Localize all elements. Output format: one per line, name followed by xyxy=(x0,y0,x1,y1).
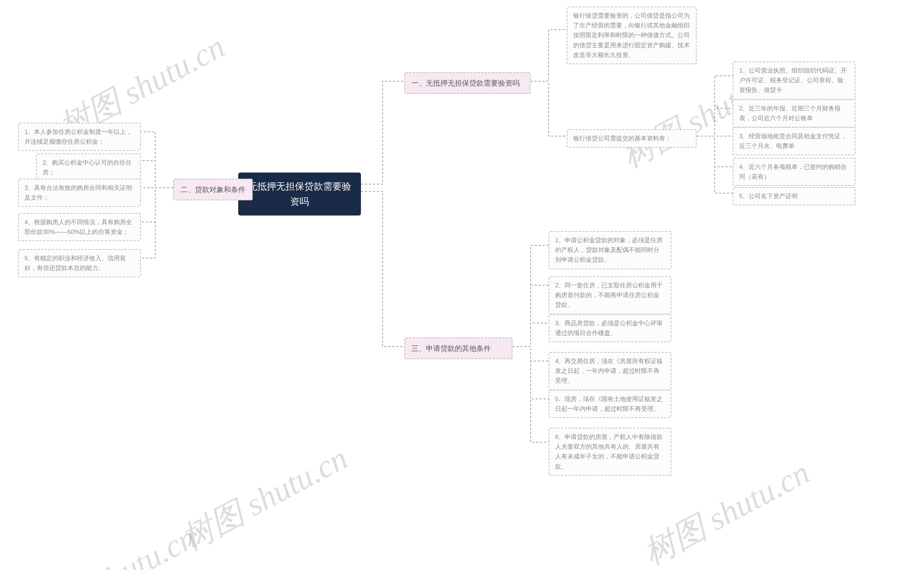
branch-3-label: 三、申请贷款的其他条件 xyxy=(412,345,491,352)
root-node[interactable]: 无抵押无担保贷款需要验资吗 xyxy=(238,173,361,216)
item-2[interactable]: 2、购买公积金中心认可的自住住房； xyxy=(36,153,141,182)
doc-3[interactable]: 3、经营场地租赁合同及租金支付凭证，近三个月水、电费单 xyxy=(733,127,855,155)
watermark: 树图 shutu.cn xyxy=(174,437,355,561)
doc-4-text: 4、近六个月各项税单，已签约的购销合同（若有） xyxy=(739,164,847,180)
item-4[interactable]: 4、根据购房人的不同情况，具有购房全部价款30%——50%以上的自筹资金； xyxy=(18,213,141,241)
cond-4-text: 4、再交易住房，须在《房屋所有权证核发之日起，一年内申请，超过时限不再受理。 xyxy=(555,358,663,384)
cond-6[interactable]: 6、申请贷款的房屋，产权人中有除借款人夫妻双方的其他共有人的、房屋共有人有未成年… xyxy=(549,428,672,476)
watermark: 树图 shutu.cn xyxy=(22,516,203,570)
branch-1[interactable]: 一、无抵押无担保贷款需要验资吗 xyxy=(404,72,531,94)
root-title: 无抵押无担保贷款需要验资吗 xyxy=(248,181,351,207)
cond-5-text: 5、现房，须在《国有土地使用证核发之日起一年内申请，超过时限不再受理。 xyxy=(555,395,663,412)
item-5[interactable]: 5、有稳定的职业和经济收入、信用良好，有偿还贷款本息的能力。 xyxy=(18,249,141,277)
branch-1-label: 一、无抵押无担保贷款需要验资吗 xyxy=(412,79,520,87)
doc-5[interactable]: 5、公司名下资产证明 xyxy=(733,187,855,205)
doc-1[interactable]: 1、公司营业执照、组织组织代码证、开户许可证、税务登记证、公司章程、验资报告、借… xyxy=(733,61,855,100)
doc-4[interactable]: 4、近六个月各项税单，已签约的购销合同（若有） xyxy=(733,158,855,186)
doc-1-text: 1、公司营业执照、组织组织代码证、开户许可证、税务登记证、公司章程、验资报告、借… xyxy=(739,67,847,93)
doc-5-text: 5、公司名下资产证明 xyxy=(739,193,798,200)
cond-2[interactable]: 2、同一套住房，已支取住房公积金用于购房首付款的，不能再申请住房公积金贷款。 xyxy=(549,276,672,314)
item-1-text: 1、本人参加住房公积金制度一年以上，并连续足额缴存住房公积金； xyxy=(24,129,132,145)
branch1-intro[interactable]: 银行借贷需要验资的，公司借贷是指公司为了生产经营的需要，向银行或其他金融组织按照… xyxy=(567,6,697,64)
branch1-intro-text: 银行借贷需要验资的，公司借贷是指公司为了生产经营的需要，向银行或其他金融组织按照… xyxy=(573,12,690,58)
doc-2[interactable]: 2、近三年的年报、近期三个月财务报表，公司近六个月对公账单 xyxy=(733,99,855,127)
branch-2-label: 二、贷款对象和条件 xyxy=(181,185,245,193)
doc-2-text: 2、近三年的年报、近期三个月财务报表，公司近六个月对公账单 xyxy=(739,105,841,122)
cond-5[interactable]: 5、现房，须在《国有土地使用证核发之日起一年内申请，超过时限不再受理。 xyxy=(549,390,672,418)
item-4-text: 4、根据购房人的不同情况，具有购房全部价款30%——50%以上的自筹资金； xyxy=(24,219,132,235)
cond-3[interactable]: 3、商品房贷款，必须是公积金中心评审通过的项目合作楼盘。 xyxy=(549,314,672,342)
branch1-docs-title-text: 银行借贷公司需提交的基本资料有： xyxy=(573,135,672,142)
item-3[interactable]: 3、具有合法有效的购房合同和相关证明及文件； xyxy=(18,179,141,207)
cond-1[interactable]: 1、申请公积金贷款的对象，必须是住房的产权人，贷款对象及配偶不能同时分别申请公积… xyxy=(549,231,672,269)
item-5-text: 5、有稳定的职业和经济收入、信用良好，有偿还贷款本息的能力。 xyxy=(24,255,126,271)
item-3-text: 3、具有合法有效的购房合同和相关证明及文件； xyxy=(24,184,132,201)
branch1-docs-title[interactable]: 银行借贷公司需提交的基本资料有： xyxy=(567,129,697,148)
cond-4[interactable]: 4、再交易住房，须在《房屋所有权证核发之日起，一年内申请，超过时限不再受理。 xyxy=(549,352,672,390)
cond-6-text: 6、申请贷款的房屋，产权人中有除借款人夫妻双方的其他共有人的、房屋共有人有未成年… xyxy=(555,434,663,470)
branch-2[interactable]: 二、贷款对象和条件 xyxy=(173,179,252,200)
mindmap-canvas: 树图 shutu.cn 树图 shutu.cn 树图 shutu.cn 树图 s… xyxy=(0,0,924,570)
cond-2-text: 2、同一套住房，已支取住房公积金用于购房首付款的，不能再申请住房公积金贷款。 xyxy=(555,282,663,308)
cond-1-text: 1、申请公积金贷款的对象，必须是住房的产权人，贷款对象及配偶不能同时分别申请公积… xyxy=(555,237,663,263)
doc-3-text: 3、经营场地租赁合同及租金支付凭证，近三个月水、电费单 xyxy=(739,133,847,149)
item-1[interactable]: 1、本人参加住房公积金制度一年以上，并连续足额缴存住房公积金； xyxy=(18,123,141,151)
cond-3-text: 3、商品房贷款，必须是公积金中心评审通过的项目合作楼盘。 xyxy=(555,320,663,336)
branch-3[interactable]: 三、申请贷款的其他条件 xyxy=(404,337,512,359)
item-2-text: 2、购买公积金中心认可的自住住房； xyxy=(43,159,132,176)
